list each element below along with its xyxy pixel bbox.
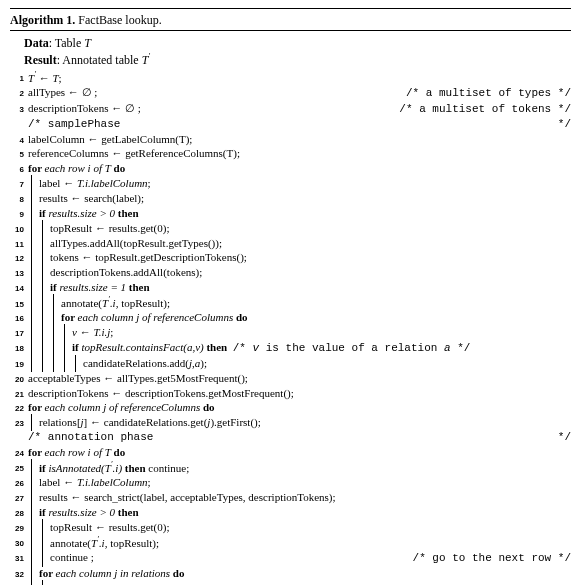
code-line: 2allTypes ← ∅ ;/* a multiset of types */ [10,85,571,101]
code-line: 1T′ ← T; [10,70,571,86]
code-line: 10topResult ← results.get(0); [10,221,571,236]
algorithm-number: Algorithm 1. [10,13,75,27]
algorithm-caption: FactBase lookup. [78,13,161,27]
code-line: 20acceptableTypes ← allTypes.get5MostFre… [10,371,571,386]
code-line: 27results ← search_strict(label, accepta… [10,490,571,505]
code-line: 28if results.size > 0 then [10,505,571,520]
algorithm-body: 1T′ ← T; 2allTypes ← ∅ ;/* a multiset of… [10,70,571,585]
code-line: 23relations[j] ← candidateRelations.get(… [10,415,571,430]
code-line: 15annotate(T′.i, topResult); [10,295,571,311]
code-line: 4labelColumn ← getLabelColumn(T); [10,132,571,147]
code-line: 17v ← T.i.j; [10,325,571,340]
data-header: Data: Table T [24,35,571,51]
code-line: 32for each column j in relations do [10,566,571,581]
code-line: 9if results.size > 0 then [10,206,571,221]
code-line: 31continue ;/* go to the next row */ [10,550,571,566]
code-line: 5referenceColumns ← getReferenceColumns(… [10,146,571,161]
result-header: Result: Annotated table T′ [24,52,571,68]
code-line: 33r ← relations[j]; [10,581,571,585]
comment-line: /* samplePhase*/ [10,117,571,132]
code-line: 13descriptionTokens.addAll(tokens); [10,265,571,280]
code-line: 3descriptionTokens ← ∅ ;/* a multiset of… [10,101,571,117]
code-line: 30annotate(T′.i, topResult); [10,535,571,551]
code-line: 26label ← T.i.labelColumn; [10,475,571,490]
code-line: 16for each column j of referenceColumns … [10,310,571,325]
code-line: 29topResult ← results.get(0); [10,520,571,535]
algorithm-title-bar: Algorithm 1. FactBase lookup. [10,8,571,31]
code-line: 18if topResult.containsFact(a,v) then /*… [10,340,571,356]
code-line: 6for each row i of T do [10,161,571,176]
code-line: 24for each row i of T do [10,445,571,460]
code-line: 12tokens ← topResult.getDescriptionToken… [10,250,571,265]
comment-line: /* annotation phase*/ [10,430,571,445]
code-line: 21descriptionTokens ← descriptionTokens.… [10,386,571,401]
code-line: 22for each column j of referenceColumns … [10,400,571,415]
code-line: 7label ← T.i.labelColumn; [10,176,571,191]
code-line: 8results ← search(label); [10,191,571,206]
code-line: 14if results.size = 1 then [10,280,571,295]
code-line: 19candidateRelations.add(j,a); [10,356,571,371]
code-line: 25if isAnnotated(T′.i) then continue; [10,460,571,476]
code-line: 11allTypes.addAll(topResult.getTypes()); [10,236,571,251]
